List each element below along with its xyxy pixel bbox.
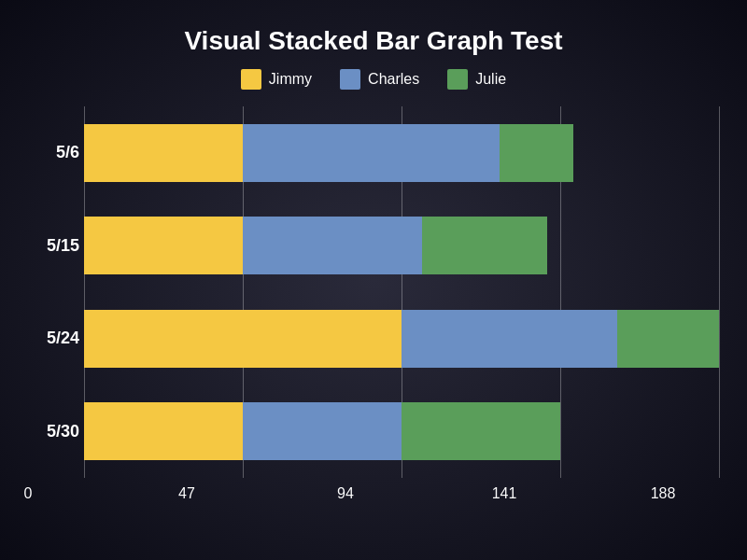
bar-label-5/6: 5/6 [33, 143, 79, 162]
legend-swatch-jimmy [241, 69, 261, 90]
bar-row-5/6: 5/6 [84, 116, 719, 190]
legend-swatch-julie [447, 69, 468, 90]
legend-label-julie: Julie [475, 71, 506, 88]
x-tick-94: 94 [337, 485, 354, 502]
bar-segment-5/30-julie [402, 402, 560, 460]
bar-segment-5/6-jimmy [84, 124, 243, 182]
legend-item-jimmy: Jimmy [241, 69, 312, 90]
legend-item-charles: Charles [340, 69, 419, 90]
bar-segment-5/30-jimmy [84, 402, 243, 460]
bar-segment-5/30-charles [243, 402, 402, 460]
bar-stack-5/6 [84, 124, 719, 182]
legend: JimmyCharlesJulie [28, 69, 719, 90]
bar-segment-5/15-julie [422, 217, 547, 274]
legend-label-jimmy: Jimmy [269, 71, 312, 88]
bar-segment-5/6-julie [500, 124, 574, 182]
x-tick-47: 47 [178, 485, 195, 502]
bar-row-5/30: 5/30 [84, 394, 719, 469]
bar-segment-5/24-charles [402, 310, 617, 368]
bar-segment-5/24-julie [617, 310, 719, 368]
bar-row-5/24: 5/24 [84, 301, 719, 376]
bar-row-5/15: 5/15 [84, 208, 719, 283]
bar-segment-5/15-jimmy [84, 217, 243, 274]
chart-body: 5/65/155/245/30 04794141188 [28, 106, 719, 513]
bar-label-5/30: 5/30 [33, 422, 79, 441]
x-axis: 04794141188 [28, 485, 719, 513]
chart-title: Visual Stacked Bar Graph Test [28, 26, 719, 56]
bar-label-5/15: 5/15 [33, 236, 79, 256]
x-tick-0: 0 [24, 485, 33, 502]
legend-item-julie: Julie [447, 69, 506, 90]
bar-stack-5/30 [84, 402, 719, 460]
bar-stack-5/24 [84, 310, 719, 368]
bars-area: 5/65/155/245/30 [28, 106, 719, 478]
chart-container: Visual Stacked Bar Graph Test JimmyCharl… [0, 0, 747, 560]
bar-stack-5/15 [84, 217, 719, 274]
x-tick-141: 141 [492, 485, 517, 502]
legend-swatch-charles [340, 69, 360, 90]
bar-segment-5/24-jimmy [84, 310, 402, 368]
bar-segment-5/15-charles [243, 217, 422, 274]
legend-label-charles: Charles [368, 71, 419, 88]
x-tick-188: 188 [651, 485, 676, 502]
bar-segment-5/6-charles [243, 124, 500, 182]
grid-line-188 [719, 106, 720, 478]
bar-label-5/24: 5/24 [33, 329, 79, 348]
